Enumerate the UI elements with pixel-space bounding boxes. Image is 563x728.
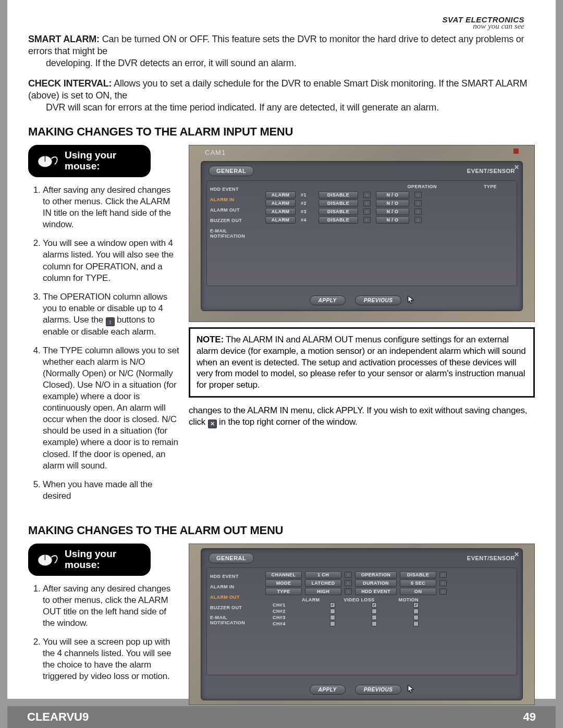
checkbox[interactable] — [330, 615, 335, 620]
tab-event-sensor[interactable]: EVENT/SENSOR — [467, 555, 515, 561]
checkbox[interactable] — [413, 609, 419, 614]
type-value[interactable]: N / O — [376, 200, 409, 207]
sidebar-item-hdd-event[interactable]: HDD EVENT — [210, 573, 258, 581]
cursor-icon — [408, 685, 414, 693]
dvr-sidebar: HDD EVENT ALARM IN ALARM OUT BUZZER OUT … — [207, 568, 261, 675]
alarm-label: ALARM — [265, 216, 296, 224]
mouse-icon — [35, 151, 59, 171]
dvr-alarm-out-screenshot: GENERAL EVENT/SENSOR ✕ HDD EVENT ALARM I… — [189, 544, 535, 705]
col-header-motion: MOTION — [399, 597, 419, 602]
dvr-body: HDD EVENT ALARM IN ALARM OUT BUZZER OUT … — [206, 180, 517, 286]
spinner-icon[interactable]: ↕ — [363, 208, 371, 215]
sidebar-item-alarm-in[interactable]: ALARM IN — [210, 584, 258, 591]
dvr-panel: GENERAL EVENT/SENSOR ✕ HDD EVENT ALARM I… — [201, 161, 523, 311]
operation-value[interactable]: DISABLE — [319, 216, 358, 224]
table-row: CH#3 — [265, 615, 512, 620]
checkbox[interactable] — [330, 621, 335, 626]
spinner-icon[interactable]: ↕ — [414, 200, 422, 206]
spinner-icon[interactable]: ↕ — [414, 217, 422, 223]
mouse-text: Using yourmouse: — [65, 150, 116, 172]
spinner-icon[interactable]: ↕ — [363, 200, 371, 206]
operation-value[interactable]: DISABLE — [319, 191, 358, 199]
dvr-alarm-in-screenshot: CAM1 GENERAL EVENT/SENSOR ✕ HDD EVENT AL… — [189, 145, 535, 322]
sidebar-item-buzzer-out[interactable]: BUZZER OUT — [210, 604, 258, 612]
mouse-icon — [35, 549, 59, 570]
dvr-body: HDD EVENT ALARM IN ALARM OUT BUZZER OUT … — [206, 567, 517, 675]
checkbox[interactable] — [413, 615, 419, 620]
checkbox[interactable]: ✓ — [413, 602, 419, 608]
type-value[interactable]: N / O — [376, 191, 409, 199]
def-text-cont: DVR will scan for errors at the time per… — [28, 102, 535, 114]
tab-event-sensor[interactable]: EVENT/SENSOR — [467, 168, 515, 174]
tab-general[interactable]: GENERAL — [209, 166, 254, 176]
spinner-icon[interactable]: ↕ — [345, 572, 352, 578]
spinner-icon: ↕ — [106, 317, 115, 326]
sidebar-item-hdd-event[interactable]: HDD EVENT — [210, 186, 258, 193]
sidebar-item-alarm-in[interactable]: ALARM IN — [210, 196, 258, 204]
checkbox[interactable]: ✓ — [372, 602, 377, 608]
type-value[interactable]: N / O — [376, 208, 409, 215]
spinner-icon[interactable]: ↕ — [414, 208, 422, 215]
checkbox[interactable] — [372, 609, 377, 614]
section1-left: Using yourmouse: After saving any desire… — [28, 145, 179, 509]
setting-value[interactable]: 1 CH — [305, 571, 341, 578]
setting-value[interactable]: DISABLE — [400, 571, 436, 578]
alarm-index: #2 — [301, 201, 313, 206]
spinner-icon[interactable]: ↕ — [414, 192, 422, 198]
checkbox[interactable]: ✓ — [330, 602, 335, 608]
sidebar-item-email[interactable]: E-MAIL NOTIFICATION — [210, 228, 258, 240]
setting-value[interactable]: LATCHED — [305, 579, 341, 587]
section2-right: GENERAL EVENT/SENSOR ✕ HDD EVENT ALARM I… — [189, 544, 535, 705]
channel-label: CH#4 — [273, 621, 293, 626]
dvr-main: OPERATION TYPE ALARM#1DISABLE↕N / O↕ALAR… — [261, 181, 517, 286]
page: SVAT ELECTRONICS now you can see SMART A… — [7, 0, 556, 699]
setting-value[interactable]: 5 SEC — [400, 579, 436, 587]
spinner-icon[interactable]: ↕ — [439, 588, 447, 595]
operation-value[interactable]: DISABLE — [319, 208, 358, 215]
spinner-icon[interactable]: ↕ — [439, 572, 447, 578]
dvr-button-row: APPLY PREVIOUS — [201, 681, 522, 700]
sidebar-item-alarm-out[interactable]: ALARM OUT — [210, 207, 258, 214]
col-header-alarm: ALARM — [302, 597, 320, 602]
setting-value[interactable]: ON — [400, 588, 436, 595]
alarm-index: #3 — [301, 209, 313, 214]
apply-button[interactable]: APPLY — [310, 685, 346, 695]
spinner-icon[interactable]: ↕ — [439, 580, 447, 586]
cursor-icon — [408, 295, 414, 304]
sidebar-item-buzzer-out[interactable]: BUZZER OUT — [210, 217, 258, 225]
def-smart-alarm: SMART ALARM: Can be turned ON or OFF. Th… — [28, 33, 535, 69]
checkbox[interactable] — [330, 609, 335, 614]
alarm-index: #1 — [301, 192, 313, 198]
channel-label: CH#3 — [273, 615, 293, 620]
note-text: The ALARM IN and ALARM OUT menus configu… — [197, 335, 525, 390]
spinner-icon[interactable]: ↕ — [345, 580, 352, 586]
tab-general[interactable]: GENERAL — [209, 553, 254, 563]
spinner-icon[interactable]: ↕ — [363, 192, 371, 198]
def-label: CHECK INTERVAL: — [28, 78, 112, 89]
checkbox[interactable] — [372, 615, 377, 620]
col-header-operation: OPERATION — [407, 184, 436, 189]
previous-button[interactable]: PREVIOUS — [355, 685, 402, 695]
sidebar-item-email[interactable]: E-MAIL NOTIFICATION — [210, 614, 258, 627]
operation-value[interactable]: DISABLE — [319, 200, 358, 207]
dvr-tabbar: GENERAL EVENT/SENSOR — [201, 162, 522, 176]
setting-value[interactable]: HIGH — [305, 588, 341, 595]
setting-label: DURATION — [355, 579, 397, 587]
dvr-panel: GENERAL EVENT/SENSOR ✕ HDD EVENT ALARM I… — [201, 548, 523, 700]
spinner-icon[interactable]: ↕ — [363, 217, 371, 223]
table-row: CH#1✓✓✓ — [265, 602, 512, 608]
previous-button[interactable]: PREVIOUS — [355, 295, 402, 305]
setting-label: MODE — [265, 579, 302, 587]
spinner-icon[interactable]: ↕ — [345, 588, 352, 595]
table-row: ALARM#4DISABLE↕N / O↕ — [265, 216, 512, 224]
close-icon[interactable]: ✕ — [514, 551, 519, 558]
close-icon[interactable]: ✕ — [514, 164, 519, 171]
sidebar-item-alarm-out[interactable]: ALARM OUT — [210, 594, 258, 601]
type-value[interactable]: N / O — [376, 216, 409, 224]
section2-heading: MAKING CHANGES TO THE ALARM OUT MENU — [28, 524, 535, 537]
table-row: ALARM#3DISABLE↕N / O↕ — [265, 208, 512, 215]
step: After saving any desired changes to othe… — [43, 184, 179, 230]
checkbox[interactable] — [372, 621, 377, 626]
checkbox[interactable] — [413, 621, 419, 626]
apply-button[interactable]: APPLY — [310, 295, 346, 305]
